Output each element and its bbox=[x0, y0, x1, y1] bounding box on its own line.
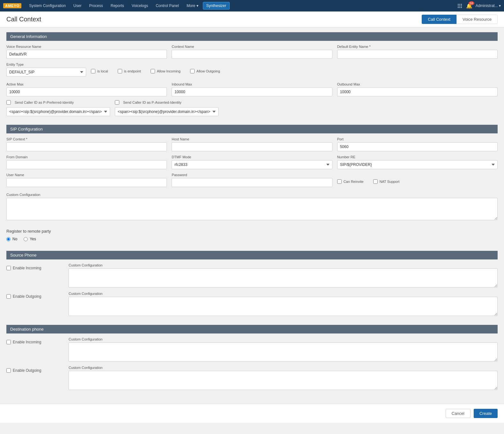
is-endpoint-checkbox[interactable] bbox=[118, 69, 122, 73]
nav-reports[interactable]: Reports bbox=[107, 2, 127, 10]
port-input[interactable] bbox=[337, 142, 498, 151]
register-radio-group: No Yes bbox=[6, 237, 498, 241]
source-outgoing-config-textarea[interactable] bbox=[69, 297, 498, 316]
admin-menu[interactable]: Administrat... ▾ bbox=[476, 4, 501, 8]
filler bbox=[223, 100, 498, 116]
outbound-max-label: Outbound Max bbox=[337, 82, 498, 86]
nav-process[interactable]: Process bbox=[86, 2, 106, 10]
destination-enable-outgoing-checkbox[interactable] bbox=[6, 368, 11, 373]
source-enable-incoming-label[interactable]: Enable Incoming bbox=[6, 266, 41, 270]
destination-enable-incoming-checkbox[interactable] bbox=[6, 340, 11, 344]
navbar: AMEYO System Configuration User Process … bbox=[0, 0, 504, 11]
dtmf-mode-select[interactable]: rfc2833 inband info bbox=[172, 160, 332, 169]
p-asserted-text: Send Caller ID as P-Asserted-Identity bbox=[123, 101, 182, 104]
tab-voice-resource[interactable]: Voice Resource bbox=[456, 15, 498, 24]
can-reinvite-checkbox[interactable] bbox=[337, 179, 342, 184]
allow-outgoing-checkbox-label[interactable]: Allow Outgoing bbox=[190, 69, 220, 73]
destination-incoming-config-textarea[interactable] bbox=[69, 342, 498, 362]
p-asserted-group: Send Caller ID as P-Asserted-Identity <s… bbox=[115, 100, 219, 116]
register-no-radio[interactable] bbox=[6, 237, 11, 241]
active-max-label: Active Max bbox=[6, 82, 167, 86]
grid-icon bbox=[458, 4, 463, 8]
password-group: Password bbox=[172, 173, 332, 189]
p-preferred-checkbox[interactable] bbox=[6, 100, 11, 105]
destination-outgoing-row: Enable Outgoing Custom Configuration bbox=[6, 366, 498, 391]
allow-incoming-checkbox[interactable] bbox=[151, 69, 155, 73]
dtmf-mode-group: DTMF Mode rfc2833 inband info bbox=[172, 155, 332, 169]
nav-user[interactable]: User bbox=[70, 2, 85, 10]
port-label: Port bbox=[337, 137, 498, 141]
is-local-checkbox[interactable] bbox=[91, 69, 95, 73]
checkbox-group: is local is endpoint Allow Incoming Allo… bbox=[91, 63, 498, 79]
user-name-label: User Name bbox=[6, 173, 167, 177]
source-enable-incoming-checkbox[interactable] bbox=[6, 266, 11, 270]
nav-control-panel[interactable]: Control Panel bbox=[152, 2, 182, 10]
inbound-max-input[interactable] bbox=[172, 87, 332, 96]
page-title: Call Context bbox=[6, 16, 41, 23]
source-incoming-config-label: Custom Configuration bbox=[69, 263, 498, 267]
outbound-max-group: Outbound Max bbox=[337, 82, 498, 96]
destination-enable-outgoing-label[interactable]: Enable Outgoing bbox=[6, 368, 41, 373]
p-asserted-checkbox[interactable] bbox=[115, 100, 119, 105]
create-button[interactable]: Create bbox=[474, 409, 498, 418]
source-enable-outgoing-checkbox[interactable] bbox=[6, 294, 11, 299]
cancel-button[interactable]: Cancel bbox=[446, 409, 471, 418]
host-name-group: Host Name bbox=[172, 137, 332, 151]
source-enable-outgoing-label[interactable]: Enable Outgoing bbox=[6, 294, 41, 299]
sip-row-2: From Domain DTMF Mode rfc2833 inband inf… bbox=[6, 155, 498, 169]
is-local-label: is local bbox=[97, 69, 108, 73]
source-incoming-config-textarea[interactable] bbox=[69, 268, 498, 288]
from-domain-input[interactable] bbox=[6, 160, 167, 169]
is-endpoint-checkbox-label[interactable]: is endpoint bbox=[118, 69, 141, 73]
password-input[interactable] bbox=[172, 178, 332, 187]
is-local-checkbox-label[interactable]: is local bbox=[91, 69, 108, 73]
allow-incoming-label: Allow Incoming bbox=[157, 69, 181, 73]
register-yes-radio[interactable] bbox=[24, 237, 28, 241]
can-reinvite-label[interactable]: Can Reinvite bbox=[337, 179, 364, 184]
p-asserted-label[interactable]: Send Caller ID as P-Asserted-Identity bbox=[115, 100, 219, 105]
active-max-input[interactable] bbox=[6, 87, 167, 96]
header-tabs: Call Context Voice Resource bbox=[422, 15, 498, 24]
general-info-header: General Information bbox=[6, 32, 498, 41]
dtmf-mode-label: DTMF Mode bbox=[172, 155, 332, 159]
tab-call-context[interactable]: Call Context bbox=[422, 15, 456, 24]
destination-enable-incoming-label[interactable]: Enable Incoming bbox=[6, 340, 41, 344]
destination-incoming-config-label: Custom Configuration bbox=[69, 337, 498, 341]
nat-support-label[interactable]: NAT Support bbox=[373, 179, 400, 184]
source-outgoing-row: Enable Outgoing Custom Configuration bbox=[6, 292, 498, 317]
number-re-select[interactable]: SIP/${PROVIDER} custom bbox=[337, 160, 498, 169]
host-name-input[interactable] bbox=[172, 142, 332, 151]
sip-context-input[interactable] bbox=[6, 142, 167, 151]
nav-voicelogs[interactable]: Voicelogs bbox=[129, 2, 151, 10]
sip-context-label: SIP Context * bbox=[6, 137, 167, 141]
p-preferred-label[interactable]: Send Caller ID as P-Preferred-Identity bbox=[6, 100, 110, 105]
voice-resource-name-group: Voice Resource Name bbox=[6, 45, 167, 59]
sip-custom-config-textarea[interactable] bbox=[6, 198, 498, 220]
nat-support-checkbox[interactable] bbox=[373, 179, 378, 184]
destination-outgoing-config-label: Custom Configuration bbox=[69, 366, 498, 370]
entity-type-label: Entity Type bbox=[6, 63, 86, 66]
allow-outgoing-checkbox[interactable] bbox=[190, 69, 195, 73]
nav-system-configuration[interactable]: System Configuration bbox=[26, 2, 69, 10]
context-name-input[interactable] bbox=[172, 50, 332, 59]
user-name-input[interactable] bbox=[6, 178, 167, 187]
source-incoming-config-col: Custom Configuration bbox=[69, 263, 498, 288]
user-name-group: User Name bbox=[6, 173, 167, 189]
p-preferred-select[interactable]: <span><sip:$(srcphone)@provider.domain.i… bbox=[6, 107, 110, 116]
p-asserted-select[interactable]: <span><sip:$(srcphone)@provider.domain.i… bbox=[115, 107, 219, 116]
checkbox-row: is local is endpoint Allow Incoming Allo… bbox=[91, 69, 498, 75]
register-no-label[interactable]: No bbox=[6, 237, 17, 241]
password-label: Password bbox=[172, 173, 332, 177]
nav-synthesizer-button[interactable]: Synthesizer bbox=[203, 2, 230, 10]
register-no-text: No bbox=[12, 237, 17, 241]
nav-more[interactable]: More ▾ bbox=[183, 2, 202, 10]
destination-outgoing-config-textarea[interactable] bbox=[69, 371, 498, 390]
allow-incoming-checkbox-label[interactable]: Allow Incoming bbox=[151, 69, 181, 73]
outbound-max-input[interactable] bbox=[337, 87, 498, 96]
entity-type-select[interactable]: DEFAULT_SIP CUSTOM_SIP bbox=[6, 68, 86, 77]
voice-resource-name-input[interactable] bbox=[6, 50, 167, 59]
default-entity-name-input[interactable] bbox=[337, 50, 498, 59]
notification-icon[interactable]: 🔔24 bbox=[466, 3, 472, 9]
context-name-label: Context Name bbox=[172, 45, 332, 49]
register-yes-label[interactable]: Yes bbox=[24, 237, 36, 241]
